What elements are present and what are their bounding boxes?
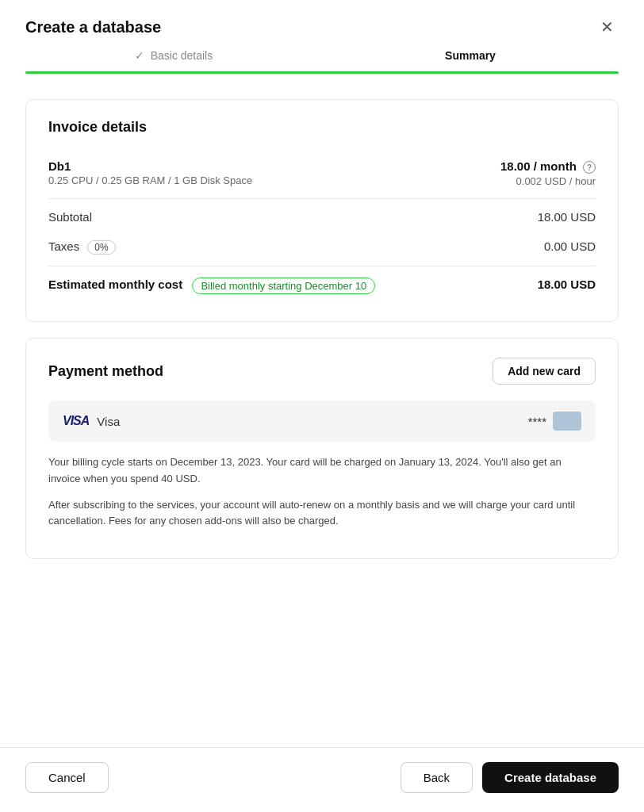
modal-footer: Cancel Back Create database bbox=[0, 747, 644, 812]
estimated-value: 18.00 USD bbox=[538, 278, 596, 291]
estimated-label: Estimated monthly cost bbox=[48, 278, 182, 292]
estimated-row: Estimated monthly cost Billed monthly st… bbox=[48, 270, 596, 302]
db-name: Db1 bbox=[48, 159, 252, 173]
db-info: Db1 0.25 CPU / 0.25 GB RAM / 1 GB Disk S… bbox=[48, 159, 252, 186]
modal-header: Create a database ✕ bbox=[0, 0, 644, 49]
subtotal-row: Subtotal 18.00 USD bbox=[48, 202, 596, 232]
invoice-title: Invoice details bbox=[48, 119, 596, 136]
divider1 bbox=[48, 198, 596, 199]
price-per-hour: 0.002 USD / hour bbox=[500, 175, 596, 187]
billed-badge: Billed monthly starting December 10 bbox=[192, 278, 375, 294]
db-row: Db1 0.25 CPU / 0.25 GB RAM / 1 GB Disk S… bbox=[48, 151, 596, 195]
add-new-card-button[interactable]: Add new card bbox=[493, 358, 596, 385]
taxes-badge: 0% bbox=[87, 240, 115, 255]
db-specs: 0.25 CPU / 0.25 GB RAM / 1 GB Disk Space bbox=[48, 174, 252, 186]
taxes-label: Taxes bbox=[48, 239, 79, 253]
create-database-button[interactable]: Create database bbox=[482, 762, 619, 793]
card-dots: **** bbox=[528, 415, 546, 428]
create-database-modal: Create a database ✕ ✓ Basic details Summ… bbox=[0, 0, 644, 812]
taxes-row: Taxes 0% 0.00 USD bbox=[48, 232, 596, 262]
cancel-button[interactable]: Cancel bbox=[25, 762, 109, 793]
modal-title: Create a database bbox=[25, 18, 161, 36]
steps-container: ✓ Basic details Summary bbox=[0, 49, 644, 93]
billing-note-1: Your billing cycle starts on December 13… bbox=[48, 454, 596, 488]
card-last4: **** bbox=[528, 412, 581, 431]
progress-bar-fill bbox=[25, 71, 619, 74]
divider2 bbox=[48, 266, 596, 266]
progress-bar bbox=[25, 71, 619, 74]
taxes-value: 0.00 USD bbox=[544, 239, 596, 253]
card-chip bbox=[553, 412, 581, 431]
step2-label: Summary bbox=[445, 49, 496, 62]
billing-note-2: After subscribing to the services, your … bbox=[48, 497, 596, 530]
estimated-left: Estimated monthly cost Billed monthly st… bbox=[48, 278, 375, 294]
payment-card: Payment method Add new card VISA Visa **… bbox=[25, 338, 619, 559]
check-icon: ✓ bbox=[135, 49, 144, 62]
payment-header: Payment method Add new card bbox=[48, 358, 596, 385]
price-per-month: 18.00 / month ? bbox=[500, 159, 596, 174]
subtotal-value: 18.00 USD bbox=[538, 210, 596, 224]
help-icon[interactable]: ? bbox=[583, 161, 596, 174]
close-button[interactable]: ✕ bbox=[596, 17, 619, 36]
invoice-card: Invoice details Db1 0.25 CPU / 0.25 GB R… bbox=[25, 99, 619, 322]
payment-title: Payment method bbox=[48, 363, 163, 380]
step-summary: Summary bbox=[322, 49, 619, 71]
taxes-left: Taxes 0% bbox=[48, 239, 116, 255]
footer-right: Back Create database bbox=[401, 762, 619, 793]
visa-row: VISA Visa **** bbox=[48, 400, 596, 442]
steps: ✓ Basic details Summary bbox=[25, 49, 619, 71]
modal-body: Invoice details Db1 0.25 CPU / 0.25 GB R… bbox=[0, 99, 644, 741]
step-basic-details: ✓ Basic details bbox=[25, 49, 322, 71]
visa-left: VISA Visa bbox=[63, 414, 120, 428]
db-price: 18.00 / month ? 0.002 USD / hour bbox=[500, 159, 596, 187]
visa-label: Visa bbox=[97, 415, 120, 428]
back-button[interactable]: Back bbox=[401, 762, 473, 793]
step1-label: Basic details bbox=[151, 49, 213, 62]
footer-left: Cancel bbox=[25, 762, 109, 793]
visa-logo: VISA bbox=[63, 414, 89, 428]
subtotal-label: Subtotal bbox=[48, 210, 92, 224]
